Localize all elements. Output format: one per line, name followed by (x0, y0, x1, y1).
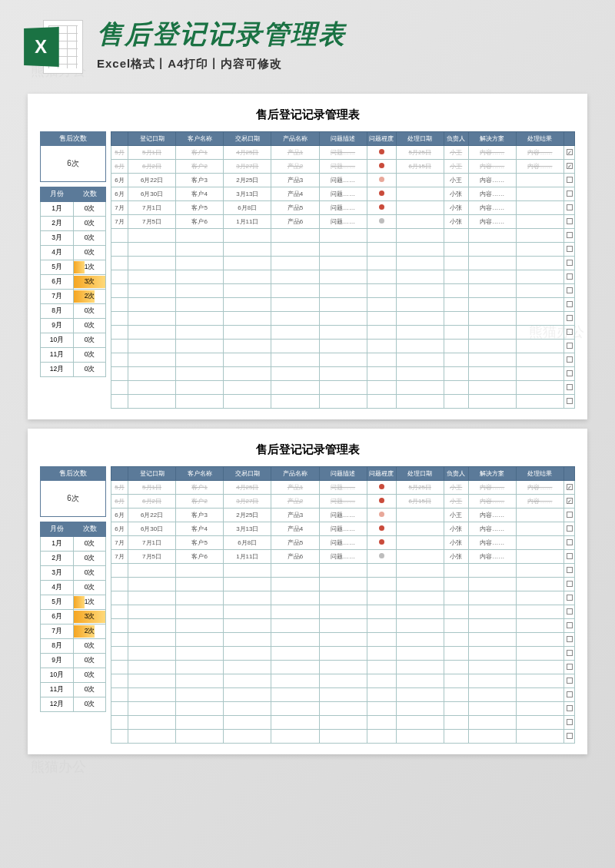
month-row: 12月0次 (41, 363, 106, 377)
result-checkbox[interactable] (567, 356, 573, 363)
result-checkbox[interactable] (567, 246, 573, 252)
month-row: 3月0次 (41, 231, 106, 246)
table-row (111, 591, 575, 605)
month-col-header: 月份 (41, 187, 74, 202)
month-row: 2月0次 (41, 217, 106, 231)
result-checkbox[interactable] (567, 218, 573, 224)
table-header-cell: 问题描述 (319, 467, 367, 481)
result-checkbox[interactable] (567, 608, 573, 615)
table-row: 5月5月1日客户14月25日产品1问题……5月25日小王内容……内容……✓ (111, 481, 575, 495)
table-header-cell: 产品名称 (271, 467, 319, 481)
table-row: 7月7月5日客户61月11日产品6问题……小张内容…… (111, 215, 575, 229)
month-row: 6月3次 (41, 610, 106, 624)
severity-dot (379, 149, 384, 154)
table-header-cell: 处理结果 (516, 132, 563, 146)
table-row: 7月7月1日客户56月8日产品5问题……小张内容…… (111, 536, 575, 550)
result-checkbox[interactable] (567, 398, 573, 404)
main-data-table: 登记日期客户名称交易日期产品名称问题描述问题程度处理日期负责人解决方案处理结果 … (111, 466, 575, 744)
table-row (111, 298, 575, 312)
page-title: 售后登记记录管理表 (40, 442, 575, 457)
table-header-cell (111, 132, 128, 146)
table-header-cell: 处理日期 (396, 132, 444, 146)
table-row (111, 605, 575, 619)
table-row (111, 716, 575, 730)
table-row (111, 381, 575, 395)
table-header-cell: 负责人 (444, 467, 468, 481)
result-checkbox[interactable] (567, 525, 573, 532)
table-row (111, 312, 575, 326)
result-checkbox[interactable] (567, 636, 573, 642)
result-checkbox[interactable] (567, 512, 573, 518)
result-checkbox[interactable] (567, 190, 573, 197)
table-header-cell: 处理日期 (396, 467, 444, 481)
result-checkbox[interactable] (567, 664, 573, 670)
table-row (111, 243, 575, 257)
table-row (111, 367, 575, 381)
table-row (111, 257, 575, 270)
table-row: 6月6月30日客户43月13日产品4问题……小张内容…… (111, 187, 575, 201)
month-row: 5月1次 (41, 260, 106, 275)
result-checkbox[interactable] (567, 733, 573, 739)
result-checkbox[interactable]: ✓ (567, 484, 573, 490)
month-row: 12月0次 (41, 697, 106, 712)
result-checkbox[interactable] (567, 539, 573, 545)
result-checkbox[interactable] (567, 567, 573, 573)
result-checkbox[interactable] (567, 232, 573, 238)
result-checkbox[interactable] (567, 343, 573, 349)
table-header-cell: 客户名称 (176, 132, 224, 146)
result-checkbox[interactable] (567, 553, 573, 559)
result-checkbox[interactable] (567, 204, 573, 210)
result-checkbox[interactable] (567, 705, 573, 711)
table-row (111, 730, 575, 744)
result-checkbox[interactable] (567, 650, 573, 656)
table-row (111, 619, 575, 633)
table-header-cell: 处理结果 (516, 467, 563, 481)
result-checkbox[interactable] (567, 177, 573, 183)
table-row: 5月5月1日客户14月25日产品1问题……5月25日小王内容……内容……✓ (111, 146, 575, 160)
severity-dot (379, 190, 384, 196)
result-checkbox[interactable] (567, 691, 573, 697)
table-row: 6月6月2日客户23月27日产品2问题……6月15日小王内容……内容……✓ (111, 160, 575, 174)
table-row (111, 326, 575, 340)
table-row: 6月6月22日客户32月25日产品3问题……小王内容…… (111, 509, 575, 522)
severity-dot (379, 163, 384, 168)
severity-dot (379, 177, 384, 182)
result-checkbox[interactable] (567, 329, 573, 335)
severity-dot (379, 539, 384, 545)
month-row: 6月3次 (41, 275, 106, 290)
result-checkbox[interactable] (567, 301, 573, 307)
stat-label: 售后次数 (41, 132, 105, 146)
main-data-table: 登记日期客户名称交易日期产品名称问题描述问题程度处理日期负责人解决方案处理结果 … (111, 131, 575, 409)
excel-icon: X (23, 17, 83, 77)
severity-dot (379, 204, 384, 210)
table-row: 6月6月30日客户43月13日产品4问题……小张内容…… (111, 522, 575, 536)
preview-page-2: 售后登记记录管理表 售后次数 6次 月份次数 1月0次2月0次3月0次4月0次5… (28, 429, 587, 754)
table-row: 7月7月1日客户56月8日产品5问题……小张内容…… (111, 201, 575, 215)
result-checkbox[interactable] (567, 260, 573, 266)
preview-page-1: 售后登记记录管理表 售后次数 6次 月份次数 1月0次2月0次3月0次4月0次5… (28, 94, 587, 419)
result-checkbox[interactable]: ✓ (567, 498, 573, 504)
month-summary-table: 月份次数 1月0次2月0次3月0次4月0次5月1次6月3次7月2次8月0次9月0… (40, 187, 106, 377)
main-title: 售后登记记录管理表 (97, 17, 592, 52)
result-checkbox[interactable] (567, 384, 573, 390)
table-row (111, 229, 575, 243)
result-checkbox[interactable] (567, 622, 573, 628)
result-checkbox[interactable] (567, 719, 573, 725)
result-checkbox[interactable]: ✓ (567, 149, 573, 155)
result-checkbox[interactable] (567, 595, 573, 601)
table-row: 6月6月22日客户32月25日产品3问题……小王内容…… (111, 174, 575, 187)
result-checkbox[interactable] (567, 273, 573, 280)
result-checkbox[interactable] (567, 315, 573, 321)
result-checkbox[interactable] (567, 678, 573, 684)
table-header-cell: 产品名称 (271, 132, 319, 146)
month-row: 3月0次 (41, 566, 106, 581)
table-row (111, 270, 575, 284)
result-checkbox[interactable]: ✓ (567, 163, 573, 169)
result-checkbox[interactable] (567, 581, 573, 587)
result-checkbox[interactable] (567, 287, 573, 293)
table-header-cell: 客户名称 (176, 467, 224, 481)
month-summary-table: 月份次数 1月0次2月0次3月0次4月0次5月1次6月3次7月2次8月0次9月0… (40, 522, 106, 712)
result-checkbox[interactable] (567, 370, 573, 376)
table-row (111, 340, 575, 353)
table-row (111, 661, 575, 674)
